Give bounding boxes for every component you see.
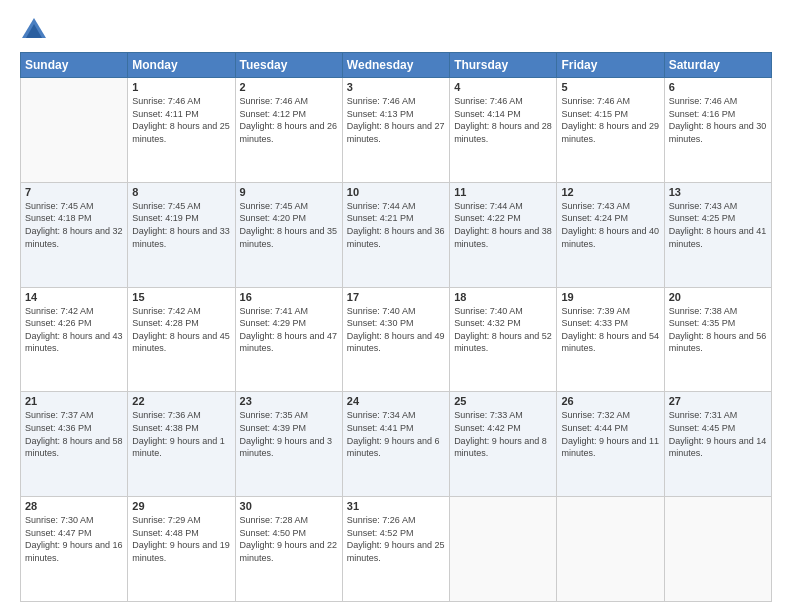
calendar-day-cell: 7Sunrise: 7:45 AMSunset: 4:18 PMDaylight… (21, 182, 128, 287)
sunset-text: Sunset: 4:15 PM (561, 108, 659, 121)
sunset-text: Sunset: 4:21 PM (347, 212, 445, 225)
daylight-text: Daylight: 8 hours and 29 minutes. (561, 120, 659, 145)
day-info: Sunrise: 7:44 AMSunset: 4:21 PMDaylight:… (347, 200, 445, 250)
day-number: 9 (240, 186, 338, 198)
sunset-text: Sunset: 4:30 PM (347, 317, 445, 330)
sunrise-text: Sunrise: 7:31 AM (669, 409, 767, 422)
day-number: 22 (132, 395, 230, 407)
sunrise-text: Sunrise: 7:46 AM (454, 95, 552, 108)
sunset-text: Sunset: 4:11 PM (132, 108, 230, 121)
daylight-text: Daylight: 9 hours and 22 minutes. (240, 539, 338, 564)
sunrise-text: Sunrise: 7:32 AM (561, 409, 659, 422)
day-number: 8 (132, 186, 230, 198)
calendar-day-cell: 25Sunrise: 7:33 AMSunset: 4:42 PMDayligh… (450, 392, 557, 497)
sunrise-text: Sunrise: 7:46 AM (561, 95, 659, 108)
calendar-day-cell: 20Sunrise: 7:38 AMSunset: 4:35 PMDayligh… (664, 287, 771, 392)
day-number: 26 (561, 395, 659, 407)
sunset-text: Sunset: 4:38 PM (132, 422, 230, 435)
calendar-table: SundayMondayTuesdayWednesdayThursdayFrid… (20, 52, 772, 602)
day-number: 10 (347, 186, 445, 198)
day-number: 2 (240, 81, 338, 93)
daylight-text: Daylight: 8 hours and 32 minutes. (25, 225, 123, 250)
sunset-text: Sunset: 4:26 PM (25, 317, 123, 330)
calendar-header-monday: Monday (128, 53, 235, 78)
calendar-day-cell (450, 497, 557, 602)
calendar-header-row: SundayMondayTuesdayWednesdayThursdayFrid… (21, 53, 772, 78)
calendar-day-cell: 19Sunrise: 7:39 AMSunset: 4:33 PMDayligh… (557, 287, 664, 392)
calendar-day-cell: 8Sunrise: 7:45 AMSunset: 4:19 PMDaylight… (128, 182, 235, 287)
sunset-text: Sunset: 4:22 PM (454, 212, 552, 225)
daylight-text: Daylight: 8 hours and 28 minutes. (454, 120, 552, 145)
calendar-week-row: 14Sunrise: 7:42 AMSunset: 4:26 PMDayligh… (21, 287, 772, 392)
calendar-day-cell: 30Sunrise: 7:28 AMSunset: 4:50 PMDayligh… (235, 497, 342, 602)
day-info: Sunrise: 7:38 AMSunset: 4:35 PMDaylight:… (669, 305, 767, 355)
day-info: Sunrise: 7:36 AMSunset: 4:38 PMDaylight:… (132, 409, 230, 459)
calendar-day-cell: 15Sunrise: 7:42 AMSunset: 4:28 PMDayligh… (128, 287, 235, 392)
calendar-day-cell: 10Sunrise: 7:44 AMSunset: 4:21 PMDayligh… (342, 182, 449, 287)
day-info: Sunrise: 7:42 AMSunset: 4:28 PMDaylight:… (132, 305, 230, 355)
sunrise-text: Sunrise: 7:34 AM (347, 409, 445, 422)
calendar-week-row: 7Sunrise: 7:45 AMSunset: 4:18 PMDaylight… (21, 182, 772, 287)
calendar-day-cell: 11Sunrise: 7:44 AMSunset: 4:22 PMDayligh… (450, 182, 557, 287)
daylight-text: Daylight: 8 hours and 41 minutes. (669, 225, 767, 250)
calendar-day-cell: 16Sunrise: 7:41 AMSunset: 4:29 PMDayligh… (235, 287, 342, 392)
daylight-text: Daylight: 8 hours and 43 minutes. (25, 330, 123, 355)
calendar-day-cell (557, 497, 664, 602)
daylight-text: Daylight: 8 hours and 47 minutes. (240, 330, 338, 355)
sunrise-text: Sunrise: 7:36 AM (132, 409, 230, 422)
daylight-text: Daylight: 8 hours and 40 minutes. (561, 225, 659, 250)
calendar-header-saturday: Saturday (664, 53, 771, 78)
day-number: 24 (347, 395, 445, 407)
daylight-text: Daylight: 9 hours and 14 minutes. (669, 435, 767, 460)
day-info: Sunrise: 7:45 AMSunset: 4:18 PMDaylight:… (25, 200, 123, 250)
sunrise-text: Sunrise: 7:37 AM (25, 409, 123, 422)
sunset-text: Sunset: 4:39 PM (240, 422, 338, 435)
sunrise-text: Sunrise: 7:38 AM (669, 305, 767, 318)
sunset-text: Sunset: 4:25 PM (669, 212, 767, 225)
sunset-text: Sunset: 4:16 PM (669, 108, 767, 121)
daylight-text: Daylight: 9 hours and 8 minutes. (454, 435, 552, 460)
day-number: 29 (132, 500, 230, 512)
calendar-day-cell: 5Sunrise: 7:46 AMSunset: 4:15 PMDaylight… (557, 78, 664, 183)
calendar-day-cell: 4Sunrise: 7:46 AMSunset: 4:14 PMDaylight… (450, 78, 557, 183)
sunrise-text: Sunrise: 7:39 AM (561, 305, 659, 318)
sunrise-text: Sunrise: 7:41 AM (240, 305, 338, 318)
calendar-day-cell: 29Sunrise: 7:29 AMSunset: 4:48 PMDayligh… (128, 497, 235, 602)
calendar-day-cell: 12Sunrise: 7:43 AMSunset: 4:24 PMDayligh… (557, 182, 664, 287)
day-info: Sunrise: 7:46 AMSunset: 4:13 PMDaylight:… (347, 95, 445, 145)
sunset-text: Sunset: 4:36 PM (25, 422, 123, 435)
day-number: 20 (669, 291, 767, 303)
calendar-day-cell: 27Sunrise: 7:31 AMSunset: 4:45 PMDayligh… (664, 392, 771, 497)
day-number: 13 (669, 186, 767, 198)
day-info: Sunrise: 7:43 AMSunset: 4:25 PMDaylight:… (669, 200, 767, 250)
logo-icon (20, 16, 48, 44)
sunset-text: Sunset: 4:19 PM (132, 212, 230, 225)
sunset-text: Sunset: 4:45 PM (669, 422, 767, 435)
calendar-header-friday: Friday (557, 53, 664, 78)
sunrise-text: Sunrise: 7:28 AM (240, 514, 338, 527)
calendar-header-tuesday: Tuesday (235, 53, 342, 78)
calendar-day-cell: 21Sunrise: 7:37 AMSunset: 4:36 PMDayligh… (21, 392, 128, 497)
sunrise-text: Sunrise: 7:30 AM (25, 514, 123, 527)
daylight-text: Daylight: 8 hours and 36 minutes. (347, 225, 445, 250)
sunrise-text: Sunrise: 7:26 AM (347, 514, 445, 527)
calendar-day-cell: 17Sunrise: 7:40 AMSunset: 4:30 PMDayligh… (342, 287, 449, 392)
sunrise-text: Sunrise: 7:33 AM (454, 409, 552, 422)
sunrise-text: Sunrise: 7:46 AM (347, 95, 445, 108)
sunrise-text: Sunrise: 7:46 AM (240, 95, 338, 108)
sunset-text: Sunset: 4:14 PM (454, 108, 552, 121)
day-number: 6 (669, 81, 767, 93)
daylight-text: Daylight: 8 hours and 27 minutes. (347, 120, 445, 145)
daylight-text: Daylight: 8 hours and 58 minutes. (25, 435, 123, 460)
day-info: Sunrise: 7:44 AMSunset: 4:22 PMDaylight:… (454, 200, 552, 250)
day-info: Sunrise: 7:33 AMSunset: 4:42 PMDaylight:… (454, 409, 552, 459)
day-number: 12 (561, 186, 659, 198)
day-info: Sunrise: 7:46 AMSunset: 4:14 PMDaylight:… (454, 95, 552, 145)
daylight-text: Daylight: 9 hours and 16 minutes. (25, 539, 123, 564)
day-number: 19 (561, 291, 659, 303)
calendar-day-cell (21, 78, 128, 183)
daylight-text: Daylight: 8 hours and 52 minutes. (454, 330, 552, 355)
day-number: 23 (240, 395, 338, 407)
calendar-day-cell: 23Sunrise: 7:35 AMSunset: 4:39 PMDayligh… (235, 392, 342, 497)
calendar-day-cell: 1Sunrise: 7:46 AMSunset: 4:11 PMDaylight… (128, 78, 235, 183)
